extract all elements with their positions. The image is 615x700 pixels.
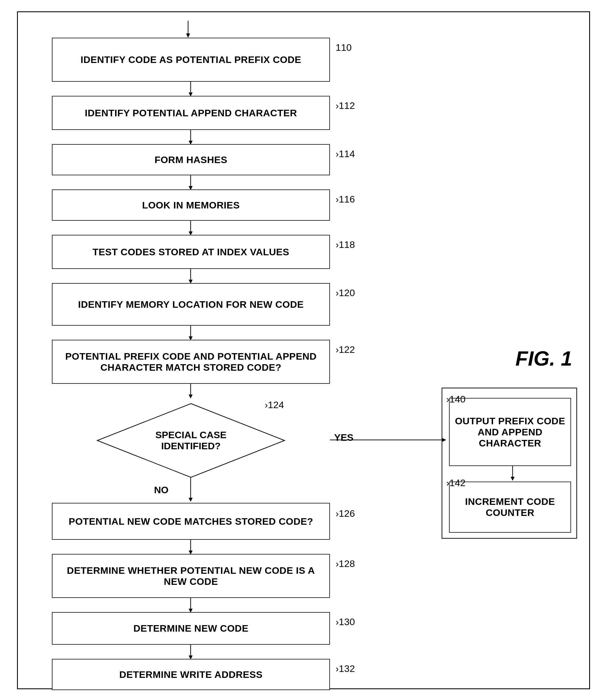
box-122: POTENTIAL PREFIX CODE AND POTENTIAL APPE…: [52, 340, 330, 384]
box-118: TEST CODES STORED AT INDEX VALUES: [52, 235, 330, 269]
no-label: NO: [154, 485, 168, 496]
right-region-border: [441, 387, 579, 541]
box-120: IDENTIFY MEMORY LOCATION FOR NEW CODE: [52, 283, 330, 326]
ref-120: ›120: [336, 287, 355, 298]
ref-124: ›124: [265, 399, 284, 410]
box-130: DETERMINE NEW CODE: [52, 612, 330, 645]
ref-132: ›132: [336, 663, 355, 674]
arrow-124-yes: [330, 437, 449, 443]
box-124: SPECIAL CASE IDENTIFIED?: [52, 398, 330, 483]
page-container: FIG. 1 IDENTIFY CODE AS POTENTIAL PREFIX…: [17, 11, 590, 689]
ref-126: ›126: [336, 508, 355, 519]
ref-114: ›114: [336, 148, 355, 159]
ref-116: ›116: [336, 194, 355, 205]
diamond-124-text: SPECIAL CASE IDENTIFIED?: [143, 429, 239, 451]
ref-130: ›130: [336, 616, 355, 627]
svg-marker-1: [186, 34, 190, 38]
box-110: IDENTIFY CODE AS POTENTIAL PREFIX CODE: [52, 38, 330, 82]
box-126: POTENTIAL NEW CODE MATCHES STORED CODE?: [52, 503, 330, 540]
box-114: FORM HASHES: [52, 144, 330, 175]
ref-110: 110: [336, 42, 352, 53]
box-132: DETERMINE WRITE ADDRESS: [52, 659, 330, 690]
arrow-124-no: [188, 477, 193, 504]
box-116: LOOK IN MEMORIES: [52, 189, 330, 221]
ref-118: ›118: [336, 239, 355, 250]
svg-marker-18: [189, 498, 192, 502]
box-128: DETERMINE WHETHER POTENTIAL NEW CODE IS …: [52, 554, 330, 598]
ref-128: ›128: [336, 558, 355, 569]
figure-label: FIG. 1: [515, 347, 572, 370]
svg-rect-29: [442, 388, 577, 538]
box-112: IDENTIFY POTENTIAL APPEND CHARACTER: [52, 96, 330, 130]
ref-122: ›122: [336, 344, 355, 355]
ref-112: ›112: [336, 100, 355, 111]
